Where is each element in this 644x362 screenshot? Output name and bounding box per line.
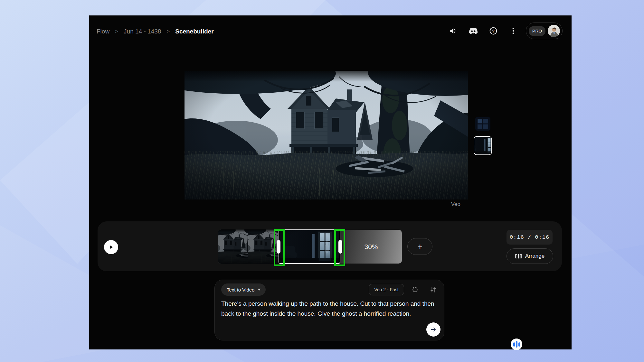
audio-levels-button[interactable]: [511, 339, 522, 350]
timeline-clip-selected[interactable]: Veo: [279, 229, 340, 264]
prompt-textarea[interactable]: There's a person walking up the path to …: [221, 299, 439, 319]
avatar[interactable]: [548, 25, 560, 37]
pro-badge: PRO: [529, 26, 545, 36]
play-button[interactable]: [104, 240, 118, 254]
mode-dropdown[interactable]: Text to Video: [221, 283, 266, 296]
audio-bar: [516, 341, 517, 348]
caret-down-icon: [258, 289, 261, 291]
account-menu[interactable]: PRO: [526, 23, 563, 39]
breadcrumb-separator: >: [115, 28, 118, 35]
generation-progress: 30%: [364, 243, 378, 251]
submit-button[interactable]: [426, 322, 440, 337]
mode-label: Text to Video: [227, 287, 254, 292]
timeline-clip-1[interactable]: [218, 229, 279, 264]
generating-clip[interactable]: 30%: [340, 230, 402, 264]
help-icon[interactable]: ?: [489, 27, 497, 35]
add-clip-label: +: [417, 242, 422, 252]
app-window: Flow > Jun 14 - 1438 > Scenebuilder ? PR…: [89, 15, 572, 349]
trim-handle-left[interactable]: [277, 240, 280, 254]
audio-bar: [513, 342, 515, 347]
scene-thumbnail-selected[interactable]: [474, 136, 492, 155]
audio-bar: [518, 342, 520, 347]
more-options-icon[interactable]: [509, 27, 517, 35]
clip-veo-watermark: Veo: [333, 259, 337, 262]
arrange-icon: [515, 254, 522, 259]
time-display: 0:16 / 0:16: [507, 230, 553, 245]
prompt-box: Text to Video Veo 2 - Fast There's a per…: [214, 280, 444, 340]
volume-icon[interactable]: [449, 27, 458, 35]
settings-sliders-icon[interactable]: [428, 284, 439, 295]
model-label: Veo 2 - Fast: [374, 287, 398, 292]
scene-thumbnail-window[interactable]: [475, 117, 490, 131]
add-clip-button[interactable]: +: [407, 238, 432, 255]
breadcrumb-flow[interactable]: Flow: [97, 28, 109, 35]
top-actions: ? PRO: [438, 23, 563, 39]
breadcrumb-scenebuilder: Scenebuilder: [175, 28, 213, 35]
trim-handle-right[interactable]: [338, 240, 342, 254]
veo-watermark: Veo: [431, 201, 460, 208]
arrange-button[interactable]: Arrange: [507, 248, 553, 264]
reset-icon[interactable]: [410, 284, 420, 295]
breadcrumb-project[interactable]: Jun 14 - 1438: [124, 28, 161, 35]
arrange-label: Arrange: [525, 253, 545, 259]
breadcrumb: Flow > Jun 14 - 1438 > Scenebuilder: [97, 27, 214, 36]
video-preview[interactable]: [185, 71, 468, 200]
timeline-bar: 30% Veo + 0:16 / 0:16 Arrange: [98, 221, 562, 271]
model-selector[interactable]: Veo 2 - Fast: [369, 284, 404, 295]
svg-text:?: ?: [492, 29, 495, 33]
breadcrumb-separator: >: [166, 28, 170, 35]
discord-icon[interactable]: [469, 27, 478, 35]
